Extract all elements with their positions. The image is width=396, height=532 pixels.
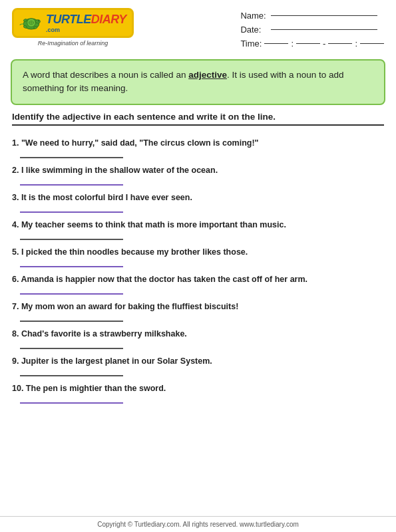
logo-dotcom: .com: [46, 27, 126, 33]
q8-answer-line[interactable]: [20, 342, 123, 349]
question-2: 2. I like swimming in the shallow water …: [12, 164, 384, 186]
q3-answer-line[interactable]: [20, 206, 123, 213]
time-colon-1: :: [291, 39, 294, 49]
q3-num: 3.: [12, 193, 21, 202]
name-fields: Name: Date: Time: : - :: [240, 8, 384, 49]
q1-answer-line[interactable]: [20, 152, 123, 158]
q7-answer-line[interactable]: [20, 315, 123, 322]
name-label: Name:: [240, 11, 267, 21]
time-line-4[interactable]: [360, 43, 384, 44]
svg-point-6: [38, 20, 39, 21]
q9-num: 9.: [12, 356, 21, 366]
time-label: Time:: [240, 39, 262, 49]
question-9-text: 9. Jupiter is the largest planet in our …: [12, 354, 384, 368]
question-8: 8. Chad's favorite is a strawberry milks…: [12, 327, 384, 349]
q5-num: 5.: [12, 247, 21, 257]
time-line-3[interactable]: [328, 43, 352, 44]
question-3: 3. It is the most colorful bird I have e…: [12, 191, 384, 213]
question-4: 4. My teacher seems to think that math i…: [12, 218, 384, 240]
logo-box: TURTLEDIARY .com: [12, 8, 134, 38]
question-9: 9. Jupiter is the largest planet in our …: [12, 354, 384, 376]
questions-container: 1. "We need to hurry," said dad, "The ci…: [0, 128, 396, 404]
footer: Copyright © Turtlediary.com. All rights …: [0, 516, 396, 532]
time-row: Time: : - :: [240, 39, 384, 49]
q4-num: 4.: [12, 220, 21, 229]
q10-answer-line[interactable]: [20, 397, 123, 404]
instructions: Identify the adjective in each sentence …: [12, 112, 384, 126]
info-box: A word that describes a noun is called a…: [11, 59, 385, 105]
question-1: 1. "We need to hurry," said dad, "The ci…: [12, 136, 384, 158]
time-line-1[interactable]: [264, 43, 288, 44]
question-1-text: 1. "We need to hurry," said dad, "The ci…: [12, 136, 384, 150]
q5-answer-line[interactable]: [20, 261, 123, 267]
info-text-before: A word that describes a noun is called a…: [23, 70, 188, 80]
question-2-text: 2. I like swimming in the shallow water …: [12, 164, 384, 177]
q1-num: 1.: [12, 138, 21, 148]
question-10-text: 10. The pen is mightier than the sword.: [12, 382, 384, 395]
q9-answer-line[interactable]: [20, 370, 123, 376]
logo-brand: TURTLEDIARY .com: [46, 13, 126, 33]
date-label: Date:: [240, 25, 267, 35]
question-6: 6. Amanda is happier now that the doctor…: [12, 273, 384, 295]
question-5-text: 5. I picked the thin noodles because my …: [12, 245, 384, 259]
header: TURTLEDIARY .com Re-Imagination of learn…: [0, 0, 396, 54]
date-row: Date:: [240, 25, 384, 35]
question-4-text: 4. My teacher seems to think that math i…: [12, 218, 384, 231]
q4-answer-line[interactable]: [20, 233, 123, 240]
question-10: 10. The pen is mightier than the sword.: [12, 382, 384, 404]
logo-tagline: Re-Imagination of learning: [38, 40, 108, 47]
q6-answer-line[interactable]: [20, 288, 123, 295]
footer-text: Copyright © Turtlediary.com. All rights …: [97, 521, 299, 528]
question-5: 5. I picked the thin noodles because my …: [12, 245, 384, 267]
svg-point-5: [35, 19, 40, 23]
question-7-text: 7. My mom won an award for baking the fl…: [12, 300, 384, 313]
q6-num: 6.: [12, 275, 21, 284]
time-line-2[interactable]: [296, 43, 320, 44]
q10-num: 10.: [12, 384, 26, 393]
question-3-text: 3. It is the most colorful bird I have e…: [12, 191, 384, 204]
q2-answer-line[interactable]: [20, 179, 123, 186]
date-line[interactable]: [271, 29, 377, 30]
q2-num: 2.: [12, 166, 21, 175]
time-colon-2: :: [355, 39, 357, 49]
question-8-text: 8. Chad's favorite is a strawberry milks…: [12, 327, 384, 340]
question-7: 7. My mom won an award for baking the fl…: [12, 300, 384, 322]
info-keyword: adjective: [188, 70, 227, 80]
turtle-icon: [19, 14, 43, 33]
question-6-text: 6. Amanda is happier now that the doctor…: [12, 273, 384, 286]
logo-area: TURTLEDIARY .com Re-Imagination of learn…: [12, 8, 134, 47]
time-dash: -: [323, 39, 325, 49]
name-row: Name:: [240, 11, 384, 21]
q8-num: 8.: [12, 329, 21, 338]
q7-num: 7.: [12, 302, 21, 311]
name-line[interactable]: [271, 15, 377, 16]
